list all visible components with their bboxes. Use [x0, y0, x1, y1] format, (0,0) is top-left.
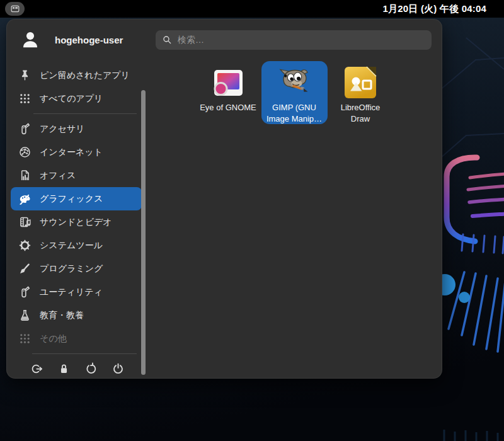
- programming-icon: [18, 262, 32, 275]
- sidebar-item-system-tools[interactable]: システムツール: [11, 234, 142, 257]
- sidebar-item-pin[interactable]: ピン留めされたアプリ: [11, 64, 142, 87]
- sidebar-item-label: システムツール: [40, 240, 103, 251]
- sidebar-item-other-apps[interactable]: その他: [11, 327, 142, 350]
- sidebar-item-label: プログラミング: [40, 263, 103, 275]
- session-buttons-row: [7, 357, 147, 378]
- pin-icon: [18, 69, 32, 82]
- sidebar-item-label: すべてのアプリ: [40, 93, 103, 105]
- sidebar-item-label: インターネット: [40, 147, 103, 158]
- sidebar-item-label: アクセサリ: [40, 123, 85, 135]
- sidebar-item-label: サウンドとビデオ: [40, 217, 112, 228]
- application-menu-panel: hogehoge-user ピン留めされたアプリすべてのアプリアクセサリインター…: [6, 19, 442, 379]
- top-bar: 1月20日 (火) 午後 04:04: [0, 0, 504, 18]
- apps-grid-icon: [18, 92, 32, 105]
- sidebar: ピン留めされたアプリすべてのアプリアクセサリインターネットオフィスグラフィックス…: [7, 56, 147, 378]
- eog-icon: [211, 66, 245, 100]
- power-icon: [112, 362, 125, 377]
- utilities-icon: [18, 285, 32, 299]
- education-icon: [18, 309, 32, 322]
- logout-icon: [30, 362, 43, 377]
- sidebar-scrollbar[interactable]: [141, 90, 146, 375]
- user-name: hogehoge-user: [55, 35, 123, 45]
- sidebar-item-label: ユーティリティ: [40, 287, 103, 298]
- lock-button[interactable]: [55, 362, 72, 378]
- power-button[interactable]: [110, 362, 126, 378]
- sidebar-item-label: グラフィックス: [40, 193, 103, 205]
- lock-icon: [57, 362, 71, 377]
- search-field[interactable]: [156, 30, 432, 50]
- sidebar-item-label: オフィス: [40, 170, 76, 181]
- sidebar-item-label: ピン留めされたアプリ: [40, 70, 130, 81]
- sidebar-item-label: 教育・教養: [40, 310, 84, 321]
- app-label: LibreOfficeDraw: [341, 102, 381, 124]
- sidebar-divider: [33, 113, 137, 114]
- other-apps-icon: [18, 332, 32, 345]
- sound-video-icon: [18, 215, 32, 229]
- sidebar-item-programming[interactable]: プログラミング: [11, 257, 142, 280]
- sidebar-item-sound-video[interactable]: サウンドとビデオ: [11, 210, 142, 234]
- libreoffice-draw-icon: [343, 66, 377, 100]
- graphics-icon: [18, 192, 32, 205]
- restart-button[interactable]: [83, 362, 99, 378]
- search-input[interactable]: [178, 35, 425, 45]
- app-tile-libreoffice-draw[interactable]: LibreOfficeDraw: [328, 61, 394, 124]
- accessories-icon: [18, 122, 32, 135]
- sidebar-item-office[interactable]: オフィス: [11, 164, 142, 187]
- gimp-icon: [277, 66, 311, 100]
- app-tile-eog[interactable]: Eye of GNOME: [195, 61, 261, 124]
- app-label: GIMP (GNUImage Manip…: [266, 102, 322, 124]
- internet-icon: [18, 146, 32, 159]
- app-grid: Eye of GNOMEGIMP (GNUImage Manip…LibreOf…: [147, 56, 442, 378]
- office-icon: [18, 169, 32, 182]
- sidebar-item-apps-grid[interactable]: すべてのアプリ: [11, 87, 142, 110]
- window-layout-icon: [10, 4, 20, 14]
- sidebar-item-graphics[interactable]: グラフィックス: [11, 187, 142, 210]
- app-menu-button[interactable]: [5, 2, 25, 16]
- app-tile-gimp[interactable]: GIMP (GNUImage Manip…: [261, 61, 328, 124]
- sidebar-item-internet[interactable]: インターネット: [11, 140, 142, 164]
- restart-icon: [84, 362, 98, 377]
- sidebar-item-utilities[interactable]: ユーティリティ: [11, 280, 142, 304]
- app-label: Eye of GNOME: [200, 102, 256, 113]
- sidebar-footer-divider: [32, 353, 137, 354]
- clock[interactable]: 1月20日 (火) 午後 04:04: [383, 0, 486, 18]
- logout-button[interactable]: [28, 362, 45, 378]
- sidebar-item-label: その他: [40, 333, 67, 345]
- sidebar-item-accessories[interactable]: アクセサリ: [11, 117, 142, 140]
- menu-header: hogehoge-user: [7, 20, 442, 56]
- search-icon: [162, 35, 172, 45]
- sidebar-item-education[interactable]: 教育・教養: [11, 304, 142, 327]
- system-tools-icon: [18, 239, 32, 252]
- user-avatar-icon[interactable]: [20, 29, 41, 50]
